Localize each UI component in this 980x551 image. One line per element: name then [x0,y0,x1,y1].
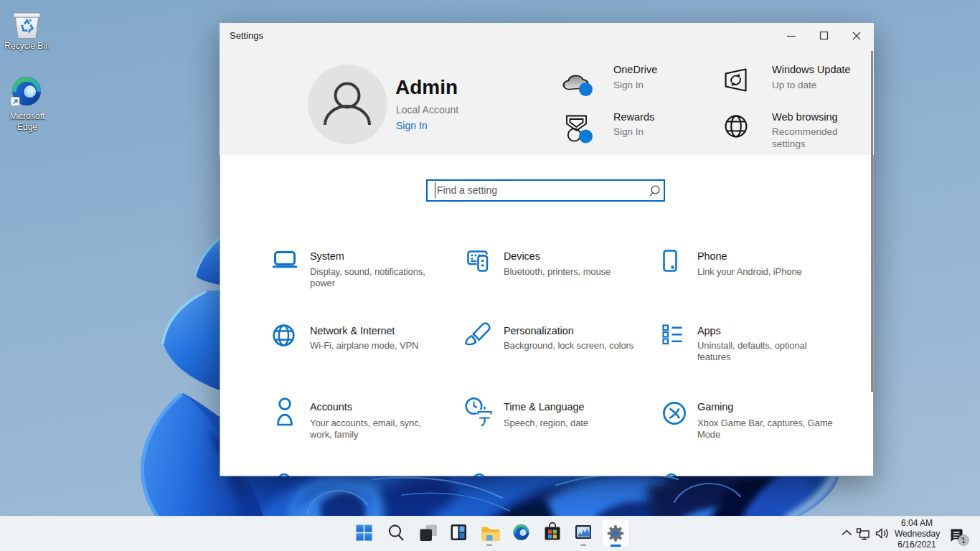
svg-text:1: 1 [961,536,966,545]
